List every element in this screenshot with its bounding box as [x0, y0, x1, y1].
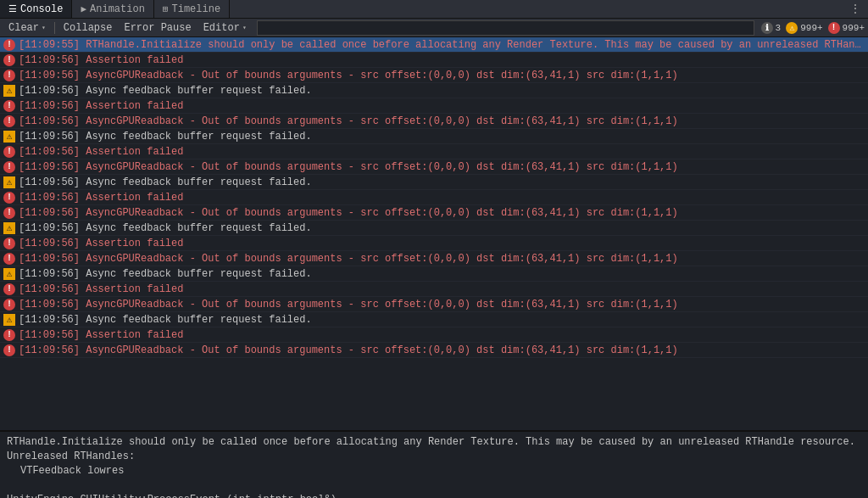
collapse-button[interactable]: Collapse	[58, 20, 118, 36]
search-input[interactable]	[257, 20, 754, 36]
detail-line-2: Unreleased RTHandles:	[7, 450, 861, 464]
log-entry-18[interactable]: ⚠[11:09:56] Async feedback buffer reques…	[0, 312, 868, 327]
log-text-13: [11:09:56] Assertion failed	[19, 238, 183, 249]
log-text-15: [11:09:56] Async feedback buffer request…	[19, 268, 312, 280]
log-text-9: [11:09:56] Async feedback buffer request…	[19, 176, 312, 188]
collapse-label: Collapse	[64, 22, 113, 34]
info-badge-count: 3	[776, 23, 782, 33]
clear-button[interactable]: Clear ▾	[3, 20, 51, 36]
error-icon: !	[3, 100, 15, 112]
clear-label: Clear	[8, 22, 39, 34]
editor-label: Editor	[203, 22, 240, 34]
error-icon: !	[3, 39, 15, 51]
error-icon: !	[3, 238, 15, 249]
error-pause-label: Error Pause	[124, 22, 191, 34]
detail-line-4	[7, 478, 861, 493]
search-container	[257, 20, 754, 36]
log-text-17: [11:09:56] AsyncGPUReadback - Out of bou…	[19, 299, 678, 311]
log-entry-20[interactable]: ![11:09:56] AsyncGPUReadback - Out of bo…	[0, 343, 868, 358]
log-entry-5[interactable]: ![11:09:56] AsyncGPUReadback - Out of bo…	[0, 114, 868, 129]
timeline-icon: ⊞	[163, 3, 169, 14]
tab-animation-label: Animation	[90, 3, 145, 15]
detail-line-5: UnityEngine.GUIUtility:ProcessEvent (int…	[7, 493, 861, 498]
log-entry-11[interactable]: ![11:09:56] AsyncGPUReadback - Out of bo…	[0, 205, 868, 221]
more-options-button[interactable]: ⋮	[843, 2, 868, 16]
log-text-5: [11:09:56] AsyncGPUReadback - Out of bou…	[19, 115, 678, 127]
log-entry-9[interactable]: ⚠[11:09:56] Async feedback buffer reques…	[0, 175, 868, 190]
detail-line-1: RTHandle.Initialize should only be calle…	[7, 435, 861, 450]
log-text-18: [11:09:56] Async feedback buffer request…	[19, 314, 312, 326]
error-icon: !	[3, 329, 15, 341]
error-icon: !	[3, 115, 15, 127]
warn-icon: ⚠	[3, 314, 15, 326]
log-entry-16[interactable]: ![11:09:56] Assertion failed	[0, 282, 868, 297]
log-entry-0[interactable]: ![11:09:55] RTHandle.Initialize should o…	[0, 37, 868, 53]
info-badge[interactable]: ℹ 3	[761, 22, 782, 34]
error-badge[interactable]: ! 999+	[828, 22, 865, 34]
log-entry-3[interactable]: ⚠[11:09:56] Async feedback buffer reques…	[0, 83, 868, 98]
warn-badge-icon: ⚠	[786, 22, 798, 34]
log-text-6: [11:09:56] Async feedback buffer request…	[19, 131, 312, 143]
console-icon: ☰	[8, 3, 17, 14]
log-entry-14[interactable]: ![11:09:56] AsyncGPUReadback - Out of bo…	[0, 251, 868, 266]
error-icon: !	[3, 192, 15, 204]
toolbar: Clear ▾ Collapse Error Pause Editor ▾ ℹ …	[0, 19, 868, 37]
error-pause-button[interactable]: Error Pause	[119, 20, 196, 36]
log-entry-19[interactable]: ![11:09:56] Assertion failed	[0, 327, 868, 343]
error-icon: !	[3, 146, 15, 158]
warn-icon: ⚠	[3, 131, 15, 143]
info-badge-icon: ℹ	[761, 22, 773, 34]
detail-panel: RTHandle.Initialize should only be calle…	[0, 430, 868, 498]
log-entry-6[interactable]: ⚠[11:09:56] Async feedback buffer reques…	[0, 129, 868, 144]
log-text-12: [11:09:56] Async feedback buffer request…	[19, 222, 312, 234]
log-text-14: [11:09:56] AsyncGPUReadback - Out of bou…	[19, 253, 678, 265]
badge-group: ℹ 3 ⚠ 999+ ! 999+	[761, 22, 865, 34]
log-text-16: [11:09:56] Assertion failed	[19, 283, 183, 295]
warn-badge-count: 999+	[800, 23, 822, 33]
editor-button[interactable]: Editor ▾	[198, 20, 252, 36]
log-entry-7[interactable]: ![11:09:56] Assertion failed	[0, 144, 868, 159]
log-entry-15[interactable]: ⚠[11:09:56] Async feedback buffer reques…	[0, 266, 868, 282]
tab-timeline-label: Timeline	[171, 3, 220, 15]
error-icon: !	[3, 207, 15, 219]
tab-bar: ☰ Console ▶ Animation ⊞ Timeline ⋮	[0, 0, 868, 19]
warn-icon: ⚠	[3, 268, 15, 280]
log-entry-2[interactable]: ![11:09:56] AsyncGPUReadback - Out of bo…	[0, 68, 868, 83]
tab-timeline[interactable]: ⊞ Timeline	[154, 0, 230, 18]
error-icon: !	[3, 161, 15, 173]
clear-dropdown-arrow: ▾	[42, 24, 46, 31]
log-text-19: [11:09:56] Assertion failed	[19, 329, 183, 341]
error-icon: !	[3, 344, 15, 356]
log-entry-1[interactable]: ![11:09:56] Assertion failed	[0, 53, 868, 68]
log-text-11: [11:09:56] AsyncGPUReadback - Out of bou…	[19, 207, 678, 219]
log-entry-4[interactable]: ![11:09:56] Assertion failed	[0, 98, 868, 114]
warn-icon: ⚠	[3, 222, 15, 234]
console-log-area[interactable]: ![11:09:55] RTHandle.Initialize should o…	[0, 37, 868, 430]
log-text-10: [11:09:56] Assertion failed	[19, 192, 183, 204]
log-text-3: [11:09:56] Async feedback buffer request…	[19, 85, 312, 97]
error-icon: !	[3, 70, 15, 81]
tab-animation[interactable]: ▶ Animation	[72, 0, 153, 18]
log-text-20: [11:09:56] AsyncGPUReadback - Out of bou…	[19, 344, 678, 356]
log-text-8: [11:09:56] AsyncGPUReadback - Out of bou…	[19, 161, 678, 173]
log-text-1: [11:09:56] Assertion failed	[19, 54, 183, 66]
editor-dropdown-arrow: ▾	[242, 24, 247, 31]
log-text-4: [11:09:56] Assertion failed	[19, 100, 183, 112]
error-icon: !	[3, 283, 15, 295]
tab-console[interactable]: ☰ Console	[0, 0, 72, 18]
error-badge-icon: !	[828, 22, 840, 34]
log-text-7: [11:09:56] Assertion failed	[19, 146, 183, 158]
log-entry-13[interactable]: ![11:09:56] Assertion failed	[0, 236, 868, 251]
warn-badge[interactable]: ⚠ 999+	[786, 22, 822, 34]
log-entry-12[interactable]: ⚠[11:09:56] Async feedback buffer reques…	[0, 221, 868, 236]
error-badge-count: 999+	[843, 23, 865, 33]
error-icon: !	[3, 253, 15, 265]
log-text-2: [11:09:56] AsyncGPUReadback - Out of bou…	[19, 70, 678, 81]
log-entry-8[interactable]: ![11:09:56] AsyncGPUReadback - Out of bo…	[0, 159, 868, 175]
tab-console-label: Console	[20, 3, 63, 15]
error-icon: !	[3, 299, 15, 311]
log-entry-17[interactable]: ![11:09:56] AsyncGPUReadback - Out of bo…	[0, 297, 868, 312]
log-entry-10[interactable]: ![11:09:56] Assertion failed	[0, 190, 868, 205]
warn-icon: ⚠	[3, 176, 15, 188]
error-icon: !	[3, 54, 15, 66]
